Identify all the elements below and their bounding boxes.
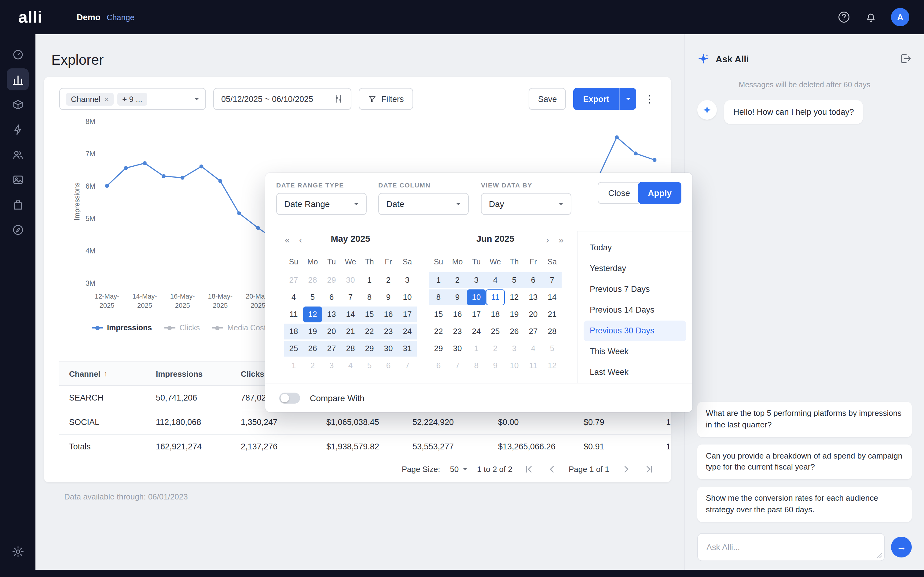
remove-chip-icon[interactable]: × <box>104 94 109 103</box>
prev-page-button[interactable] <box>545 462 559 475</box>
calendar-day[interactable]: 23 <box>379 324 398 340</box>
calendar-day[interactable]: 13 <box>322 306 341 322</box>
calendar-day[interactable]: 29 <box>429 341 448 356</box>
calendar-day[interactable]: 6 <box>429 358 448 374</box>
preset-last-week[interactable]: Last Week <box>584 362 686 383</box>
calendar-day[interactable]: 3 <box>398 272 417 288</box>
calendar-day[interactable]: 28 <box>303 272 322 288</box>
calendar-day[interactable]: 24 <box>398 324 417 340</box>
calendar-day[interactable]: 28 <box>341 341 360 356</box>
calendar-day[interactable]: 18 <box>284 324 303 340</box>
calendar-day[interactable]: 12 <box>303 306 322 322</box>
calendar-day[interactable]: 10 <box>467 289 486 305</box>
dimension-select[interactable]: Channel × + 9 ... <box>59 88 206 110</box>
calendar-day[interactable]: 15 <box>429 306 448 322</box>
calendar-day[interactable]: 31 <box>398 341 417 356</box>
export-dropdown-button[interactable] <box>619 88 636 110</box>
calendar-day[interactable]: 6 <box>379 358 398 374</box>
calendar-day[interactable]: 11 <box>486 289 505 305</box>
calendar-day[interactable]: 7 <box>398 358 417 374</box>
calendar-day[interactable]: 26 <box>505 324 524 340</box>
calendar-day[interactable]: 30 <box>341 272 360 288</box>
preset-yesterday[interactable]: Yesterday <box>584 258 686 279</box>
legend-item-clicks[interactable]: Clicks <box>164 324 200 332</box>
calendar-day[interactable]: 6 <box>322 289 341 305</box>
date-column-select[interactable]: Date <box>378 193 469 215</box>
more-dimensions-chip[interactable]: + 9 ... <box>117 92 147 105</box>
calendar-day[interactable]: 22 <box>360 324 379 340</box>
calendar-day[interactable]: 20 <box>322 324 341 340</box>
calendar-day[interactable]: 17 <box>398 306 417 322</box>
close-button[interactable]: Close <box>598 182 640 204</box>
workspace-change-link[interactable]: Change <box>107 13 134 22</box>
calendar-day[interactable]: 22 <box>429 324 448 340</box>
calendar-day[interactable]: 29 <box>322 272 341 288</box>
calendar-day[interactable]: 28 <box>543 324 562 340</box>
calendar-day[interactable]: 7 <box>543 272 562 288</box>
calendar-day[interactable]: 5 <box>360 358 379 374</box>
calendar-day[interactable]: 5 <box>543 341 562 356</box>
calendar-day[interactable]: 11 <box>524 358 543 374</box>
calendar-day[interactable]: 17 <box>467 306 486 322</box>
date-range-type-select[interactable]: Date Range <box>276 193 367 215</box>
table-header-channel[interactable]: Channel↑ <box>59 369 146 378</box>
calendar-day[interactable]: 9 <box>379 289 398 305</box>
calendar-day[interactable]: 15 <box>360 306 379 322</box>
calendar-day[interactable]: 8 <box>429 289 448 305</box>
calendar-day[interactable]: 3 <box>322 358 341 374</box>
sidebar-item-creative[interactable] <box>7 169 29 190</box>
app-logo[interactable]: alli <box>18 8 42 27</box>
calendar-day[interactable]: 10 <box>398 289 417 305</box>
calendar-day[interactable]: 4 <box>524 341 543 356</box>
calendar-day[interactable]: 1 <box>284 358 303 374</box>
calendar-day[interactable]: 16 <box>448 306 467 322</box>
calendar-day[interactable]: 1 <box>360 272 379 288</box>
calendar-day[interactable]: 8 <box>467 358 486 374</box>
compare-with-toggle[interactable] <box>279 392 300 403</box>
calendar-day[interactable]: 19 <box>303 324 322 340</box>
calendar-day[interactable]: 8 <box>360 289 379 305</box>
sidebar-item-settings[interactable] <box>7 540 29 562</box>
calendar-day[interactable]: 2 <box>379 272 398 288</box>
calendar-day[interactable]: 30 <box>379 341 398 356</box>
calendar-day[interactable]: 11 <box>284 306 303 322</box>
calendar-day[interactable]: 25 <box>486 324 505 340</box>
next-page-button[interactable] <box>619 462 633 475</box>
calendar-day[interactable]: 26 <box>303 341 322 356</box>
legend-item-media-cost[interactable]: Media Cost <box>212 324 266 332</box>
calendar-day[interactable]: 18 <box>486 306 505 322</box>
calendar-day[interactable]: 6 <box>524 272 543 288</box>
sidebar-item-explorer[interactable] <box>7 68 29 90</box>
ask-alli-input[interactable] <box>697 533 885 561</box>
calendar-day[interactable]: 5 <box>303 289 322 305</box>
help-icon[interactable] <box>837 10 851 24</box>
sidebar-item-projects[interactable] <box>7 93 29 115</box>
calendar-day[interactable]: 2 <box>486 341 505 356</box>
first-page-button[interactable] <box>522 462 536 475</box>
calendar-day[interactable]: 7 <box>341 289 360 305</box>
calendar-day[interactable]: 13 <box>524 289 543 305</box>
calendar-day[interactable]: 1 <box>467 341 486 356</box>
calendar-day[interactable]: 27 <box>322 341 341 356</box>
calendar-day[interactable]: 29 <box>360 341 379 356</box>
calendar-day[interactable]: 12 <box>543 358 562 374</box>
sidebar-item-automation[interactable] <box>7 118 29 140</box>
calendar-day[interactable]: 10 <box>505 358 524 374</box>
calendar-day[interactable]: 25 <box>284 341 303 356</box>
sort-asc-icon[interactable]: ↑ <box>104 369 108 378</box>
calendar-day[interactable]: 2 <box>303 358 322 374</box>
date-range-control[interactable]: 05/12/2025 ~ 06/10/2025 <box>213 88 351 110</box>
calendar-day[interactable]: 27 <box>284 272 303 288</box>
open-panel-icon[interactable] <box>900 53 912 65</box>
calendar-day[interactable]: 30 <box>448 341 467 356</box>
preset-previous-14-days[interactable]: Previous 14 Days <box>584 300 686 321</box>
suggestion-card[interactable]: Can you provide a breakdown of ad spend … <box>697 444 912 479</box>
calendar-day[interactable]: 9 <box>448 289 467 305</box>
legend-item-impressions[interactable]: Impressions <box>92 324 152 332</box>
calendar-day[interactable]: 27 <box>524 324 543 340</box>
preset-this-week[interactable]: This Week <box>584 341 686 362</box>
table-header-impressions[interactable]: Impressions <box>146 369 231 378</box>
apply-button[interactable]: Apply <box>638 182 682 204</box>
view-data-by-select[interactable]: Day <box>481 193 571 215</box>
notifications-bell-icon[interactable] <box>864 10 877 24</box>
